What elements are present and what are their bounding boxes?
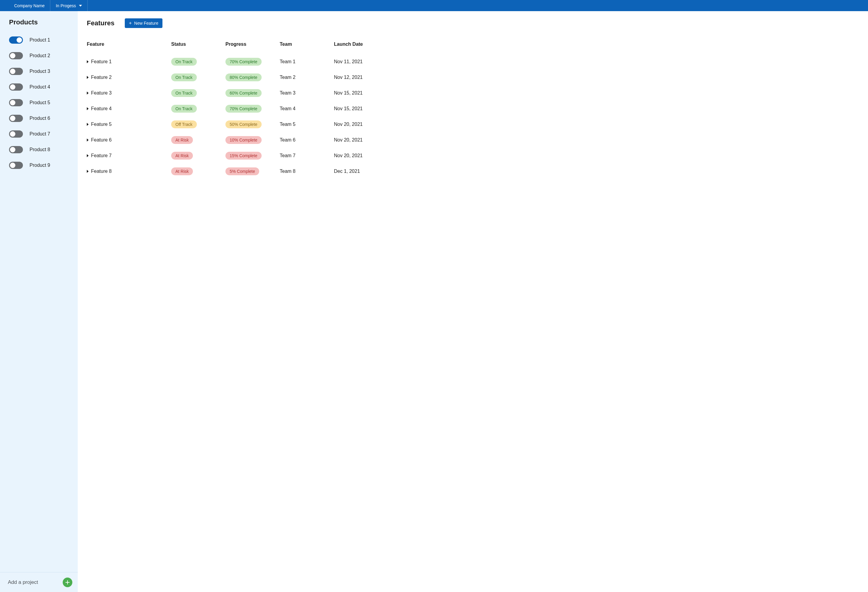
- sidebar-product-row: Product 5: [9, 95, 69, 110]
- expand-row-icon[interactable]: [87, 107, 89, 110]
- status-badge: On Track: [171, 58, 197, 66]
- toggle-knob: [10, 69, 15, 74]
- sidebar-product-row: Product 4: [9, 79, 69, 95]
- col-progress: Progress: [226, 41, 280, 47]
- table-row: Feature 1On Track70% CompleteTeam 1Nov 1…: [87, 54, 859, 69]
- cell-status: Off Track: [171, 121, 226, 128]
- cell-feature: Feature 2: [87, 75, 171, 80]
- expand-row-icon[interactable]: [87, 154, 89, 157]
- product-label: Product 6: [30, 116, 50, 121]
- product-toggle[interactable]: [9, 162, 23, 169]
- add-project-label: Add a project: [8, 579, 38, 585]
- product-toggle[interactable]: [9, 52, 23, 59]
- cell-status: At Risk: [171, 168, 226, 175]
- cell-status: On Track: [171, 89, 226, 97]
- page-title: Features: [87, 19, 115, 27]
- progress-badge: 80% Complete: [226, 74, 261, 81]
- add-project-button[interactable]: [63, 577, 72, 587]
- cell-launch-date: Dec 1, 2021: [334, 169, 859, 174]
- plus-icon: [65, 580, 69, 585]
- plus-icon: +: [129, 21, 132, 26]
- cell-status: At Risk: [171, 136, 226, 144]
- company-name[interactable]: Company Name: [0, 0, 50, 11]
- cell-team: Team 5: [280, 122, 334, 127]
- progress-badge: 70% Complete: [226, 58, 261, 66]
- expand-row-icon[interactable]: [87, 138, 89, 141]
- feature-name: Feature 4: [91, 106, 112, 111]
- cell-team: Team 6: [280, 137, 334, 143]
- cell-team: Team 2: [280, 75, 334, 80]
- status-badge: At Risk: [171, 136, 193, 144]
- product-toggle[interactable]: [9, 115, 23, 122]
- product-label: Product 4: [30, 84, 50, 90]
- table-row: Feature 3On Track60% CompleteTeam 3Nov 1…: [87, 85, 859, 101]
- progress-badge: 5% Complete: [226, 168, 259, 175]
- feature-name: Feature 8: [91, 169, 112, 174]
- toggle-knob: [10, 116, 15, 121]
- cell-feature: Feature 5: [87, 122, 171, 127]
- feature-name: Feature 5: [91, 122, 112, 127]
- features-table: Feature Status Progress Team Launch Date…: [87, 37, 859, 179]
- product-toggle[interactable]: [9, 68, 23, 75]
- sidebar-product-row: Product 1: [9, 32, 69, 48]
- progress-badge: 60% Complete: [226, 89, 261, 97]
- table-row: Feature 6At Risk10% CompleteTeam 6Nov 20…: [87, 132, 859, 148]
- status-badge: On Track: [171, 74, 197, 81]
- company-name-label: Company Name: [14, 3, 44, 8]
- product-toggle[interactable]: [9, 99, 23, 106]
- status-dropdown-label: In Progess: [56, 3, 76, 8]
- toggle-knob: [10, 100, 15, 105]
- expand-row-icon[interactable]: [87, 76, 89, 79]
- toggle-knob: [10, 84, 15, 90]
- product-toggle[interactable]: [9, 37, 23, 44]
- cell-feature: Feature 4: [87, 106, 171, 111]
- new-feature-button[interactable]: + New Feature: [125, 18, 163, 28]
- cell-progress: 80% Complete: [226, 74, 280, 81]
- col-team: Team: [280, 41, 334, 47]
- sidebar-product-row: Product 2: [9, 48, 69, 63]
- product-label: Product 9: [30, 163, 50, 168]
- cell-team: Team 1: [280, 59, 334, 65]
- status-badge: At Risk: [171, 168, 193, 175]
- product-toggle[interactable]: [9, 146, 23, 153]
- progress-badge: 70% Complete: [226, 105, 261, 113]
- expand-row-icon[interactable]: [87, 60, 89, 63]
- table-row: Feature 4On Track70% CompleteTeam 4Nov 1…: [87, 101, 859, 116]
- cell-team: Team 7: [280, 153, 334, 158]
- cell-launch-date: Nov 15, 2021: [334, 106, 859, 111]
- cell-progress: 5% Complete: [226, 168, 280, 175]
- expand-row-icon[interactable]: [87, 170, 89, 173]
- toggle-knob: [10, 131, 15, 137]
- sidebar-product-row: Product 7: [9, 126, 69, 142]
- status-badge: Off Track: [171, 121, 197, 128]
- product-label: Product 1: [30, 37, 50, 43]
- cell-feature: Feature 8: [87, 169, 171, 174]
- cell-progress: 70% Complete: [226, 58, 280, 66]
- product-toggle[interactable]: [9, 130, 23, 138]
- sidebar: Products Product 1Product 2Product 3Prod…: [0, 11, 78, 592]
- cell-status: At Risk: [171, 152, 226, 160]
- toggle-knob: [10, 163, 15, 168]
- toggle-knob: [10, 53, 15, 59]
- sidebar-product-row: Product 3: [9, 63, 69, 79]
- status-dropdown[interactable]: In Progess: [50, 0, 88, 11]
- col-launch: Launch Date: [334, 41, 859, 47]
- toggle-knob: [16, 37, 22, 43]
- progress-badge: 10% Complete: [226, 136, 261, 144]
- status-badge: At Risk: [171, 152, 193, 160]
- product-toggle[interactable]: [9, 83, 23, 91]
- feature-name: Feature 1: [91, 59, 112, 65]
- cell-launch-date: Nov 15, 2021: [334, 90, 859, 96]
- feature-name: Feature 7: [91, 153, 112, 158]
- expand-row-icon[interactable]: [87, 91, 89, 94]
- progress-badge: 15% Complete: [226, 152, 261, 160]
- expand-row-icon[interactable]: [87, 123, 89, 126]
- chevron-down-icon: [79, 5, 82, 7]
- main-header: Features + New Feature: [87, 18, 859, 28]
- table-header-row: Feature Status Progress Team Launch Date: [87, 37, 859, 52]
- cell-progress: 70% Complete: [226, 105, 280, 113]
- cell-progress: 10% Complete: [226, 136, 280, 144]
- cell-feature: Feature 7: [87, 153, 171, 158]
- feature-name: Feature 2: [91, 75, 112, 80]
- top-bar: Company Name In Progess: [0, 0, 868, 11]
